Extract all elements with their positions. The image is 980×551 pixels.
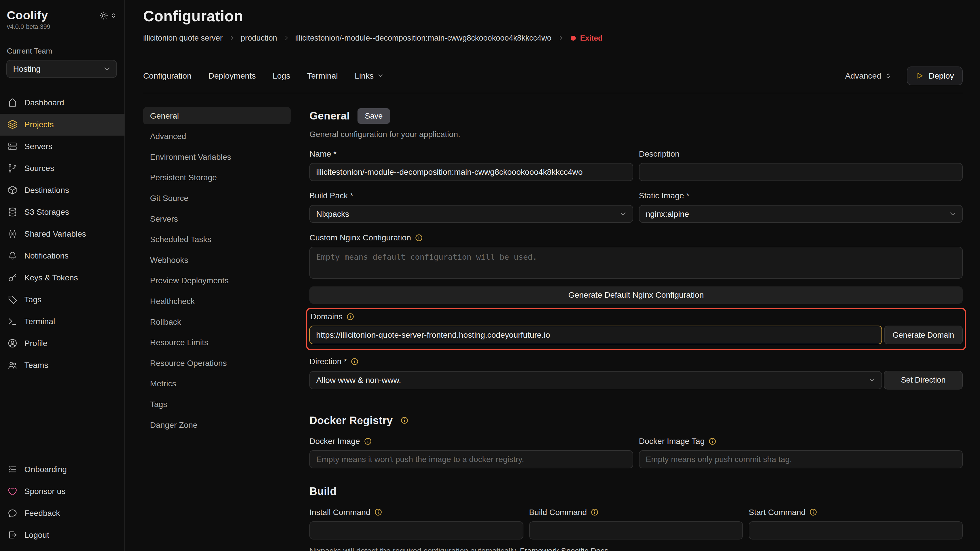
build-heading: Build xyxy=(309,485,963,497)
sidebar-item-sources[interactable]: Sources xyxy=(0,157,124,179)
sidebar-item-s3-storages[interactable]: S3 Storages xyxy=(0,201,124,223)
breadcrumb-environment[interactable]: production xyxy=(241,33,277,43)
info-icon[interactable] xyxy=(809,508,817,516)
sidebar-nav: Dashboard Projects Servers Sources Desti… xyxy=(0,92,124,376)
sidebar-item-label: S3 Storages xyxy=(24,207,69,217)
subnav-item-danger-zone[interactable]: Danger Zone xyxy=(143,416,291,434)
breadcrumb-application[interactable]: illicitestonion/-module--decomposition:m… xyxy=(295,33,551,43)
sidebar-item-terminal[interactable]: Terminal xyxy=(0,310,124,332)
docker-image-tag-label: Docker Image Tag xyxy=(639,437,963,446)
save-button[interactable]: Save xyxy=(358,108,390,124)
build-command-field-group: Build Command xyxy=(529,497,743,540)
info-icon[interactable] xyxy=(708,437,716,445)
domains-input[interactable] xyxy=(309,326,882,344)
tab-terminal[interactable]: Terminal xyxy=(307,71,338,81)
info-icon[interactable] xyxy=(364,437,372,445)
sidebar-item-onboarding[interactable]: Onboarding xyxy=(0,459,124,481)
sidebar-item-teams[interactable]: Teams xyxy=(0,354,124,376)
subnav-item-preview-deployments[interactable]: Preview Deployments xyxy=(143,272,291,289)
info-icon[interactable] xyxy=(401,416,409,424)
direction-label: Direction * xyxy=(309,357,963,366)
deploy-button[interactable]: Deploy xyxy=(907,67,963,85)
sidebar-item-dashboard[interactable]: Dashboard xyxy=(0,92,124,114)
sidebar-item-label: Notifications xyxy=(24,251,69,260)
app-logo[interactable]: Coolify xyxy=(7,9,48,22)
chevron-down-icon xyxy=(619,210,627,218)
start-command-input[interactable] xyxy=(749,521,963,540)
generate-domain-button[interactable]: Generate Domain xyxy=(884,326,963,344)
sidebar-item-sponsor[interactable]: Sponsor us xyxy=(0,481,124,502)
sidebar-item-destinations[interactable]: Destinations xyxy=(0,179,124,201)
start-command-label: Start Command xyxy=(749,508,963,517)
name-input[interactable] xyxy=(309,163,633,181)
user-circle-icon xyxy=(8,338,18,348)
static-image-select[interactable]: nginx:alpine xyxy=(639,205,963,223)
chevron-right-icon xyxy=(283,35,290,41)
docker-image-input[interactable] xyxy=(309,450,633,468)
sidebar-item-label: Keys & Tokens xyxy=(24,273,78,283)
sun-icon xyxy=(99,11,108,20)
domains-highlight-box: Domains Generate Domain xyxy=(306,308,966,350)
sidebar-item-notifications[interactable]: Notifications xyxy=(0,245,124,267)
sidebar-item-label: Shared Variables xyxy=(24,229,86,239)
subnav-item-advanced[interactable]: Advanced xyxy=(143,127,291,145)
subnav-item-git-source[interactable]: Git Source xyxy=(143,189,291,207)
sidebar-item-tags[interactable]: Tags xyxy=(0,289,124,310)
subnav-item-general[interactable]: General xyxy=(143,107,291,125)
sidebar-item-projects[interactable]: Projects xyxy=(0,114,124,136)
subnav-item-environment-variables[interactable]: Environment Variables xyxy=(143,148,291,166)
direction-select[interactable]: Allow www & non-www. xyxy=(309,371,882,389)
variable-icon xyxy=(8,229,18,239)
generate-nginx-button[interactable]: Generate Default Nginx Configuration xyxy=(309,286,963,304)
sidebar-item-feedback[interactable]: Feedback xyxy=(0,502,124,524)
subnav-item-resource-limits[interactable]: Resource Limits xyxy=(143,333,291,351)
info-icon[interactable] xyxy=(590,508,598,516)
docker-image-tag-input[interactable] xyxy=(639,450,963,468)
breadcrumb-project[interactable]: illicitonion quote server xyxy=(143,33,223,43)
sidebar-item-keys-tokens[interactable]: Keys & Tokens xyxy=(0,267,124,289)
advanced-toggle[interactable]: Advanced xyxy=(845,71,892,81)
install-command-field-group: Install Command xyxy=(309,497,523,540)
info-icon[interactable] xyxy=(374,508,382,516)
subnav-item-tags[interactable]: Tags xyxy=(143,395,291,413)
nginx-config-textarea[interactable] xyxy=(309,247,963,279)
subnav-item-persistent-storage[interactable]: Persistent Storage xyxy=(143,169,291,187)
set-direction-button[interactable]: Set Direction xyxy=(884,371,963,389)
build-command-input[interactable] xyxy=(529,521,743,540)
sidebar-item-profile[interactable]: Profile xyxy=(0,332,124,354)
tab-deployments[interactable]: Deployments xyxy=(208,71,256,81)
subnav-item-healthcheck[interactable]: Healthcheck xyxy=(143,292,291,310)
install-command-input[interactable] xyxy=(309,521,523,540)
team-select[interactable]: Hosting xyxy=(6,60,117,78)
current-team-label: Current Team xyxy=(0,30,124,60)
sidebar-item-servers[interactable]: Servers xyxy=(0,136,124,157)
build-pack-select[interactable]: Nixpacks xyxy=(309,205,633,223)
description-input[interactable] xyxy=(639,163,963,181)
tab-links[interactable]: Links xyxy=(355,71,384,81)
tab-configuration[interactable]: Configuration xyxy=(143,71,192,81)
subnav-item-metrics[interactable]: Metrics xyxy=(143,375,291,392)
general-heading-row: General Save xyxy=(309,108,963,124)
build-commands-grid: Install Command Build Command Start Comm… xyxy=(309,497,963,540)
sidebar-item-label: Sources xyxy=(24,164,54,173)
sidebar-item-label: Destinations xyxy=(24,186,69,195)
chevron-up-down-icon xyxy=(110,12,117,19)
framework-docs-link[interactable]: Framework Specific Docs xyxy=(520,546,608,551)
info-icon[interactable] xyxy=(351,357,359,365)
subnav-item-resource-operations[interactable]: Resource Operations xyxy=(143,354,291,372)
docker-image-tag-field-group: Docker Image Tag xyxy=(639,427,963,468)
theme-switcher[interactable] xyxy=(99,11,117,20)
direction-row: Allow www & non-www. Set Direction xyxy=(309,371,963,389)
subnav-item-webhooks[interactable]: Webhooks xyxy=(143,251,291,269)
status-dot-icon xyxy=(571,36,576,41)
subnav-item-servers[interactable]: Servers xyxy=(143,210,291,228)
info-icon[interactable] xyxy=(415,234,423,242)
tab-logs[interactable]: Logs xyxy=(272,71,290,81)
app-version: v4.0.0-beta.399 xyxy=(0,22,124,30)
info-icon[interactable] xyxy=(346,313,354,321)
checklist-icon xyxy=(8,464,18,475)
sidebar-item-logout[interactable]: Logout xyxy=(0,524,124,546)
subnav-item-rollback[interactable]: Rollback xyxy=(143,313,291,331)
sidebar-item-shared-variables[interactable]: Shared Variables xyxy=(0,223,124,245)
subnav-item-scheduled-tasks[interactable]: Scheduled Tasks xyxy=(143,230,291,248)
